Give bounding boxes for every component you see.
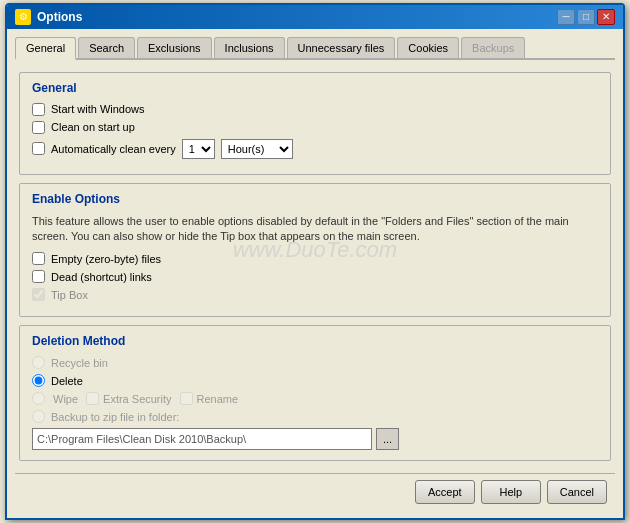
wipe-row: Wipe Extra Security Rename xyxy=(32,392,598,405)
title-bar-left: ⚙ Options xyxy=(15,9,82,25)
auto-clean-checkbox[interactable] xyxy=(32,142,45,155)
recycle-bin-label: Recycle bin xyxy=(51,357,108,369)
delete-label[interactable]: Delete xyxy=(51,375,83,387)
delete-row: Delete xyxy=(32,374,598,387)
rename-label: Rename xyxy=(197,393,239,405)
tip-box-label: Tip Box xyxy=(51,289,88,301)
tab-inclusions[interactable]: Inclusions xyxy=(214,37,285,58)
extra-security-label: Extra Security xyxy=(103,393,171,405)
rename-extra: Rename xyxy=(180,392,239,405)
browse-button[interactable]: ... xyxy=(376,428,399,450)
cancel-button[interactable]: Cancel xyxy=(547,480,607,504)
tab-general[interactable]: General xyxy=(15,37,76,60)
start-with-windows-label[interactable]: Start with Windows xyxy=(51,103,145,115)
accept-button[interactable]: Accept xyxy=(415,480,475,504)
wipe-extra: Extra Security xyxy=(86,392,171,405)
backup-row: Backup to zip file in folder: xyxy=(32,410,598,423)
clean-on-startup-row: Clean on start up xyxy=(32,121,598,134)
start-with-windows-checkbox[interactable] xyxy=(32,103,45,116)
recycle-bin-radio xyxy=(32,356,45,369)
window-title: Options xyxy=(37,10,82,24)
general-section-title: General xyxy=(32,81,598,95)
recycle-bin-row: Recycle bin xyxy=(32,356,598,369)
rename-checkbox xyxy=(180,392,193,405)
tab-search[interactable]: Search xyxy=(78,37,135,58)
dead-links-row: Dead (shortcut) links xyxy=(32,270,598,283)
auto-clean-row: Automatically clean every 1 2 3 Hour(s) … xyxy=(32,139,598,159)
tab-unnecessary-files[interactable]: Unnecessary files xyxy=(287,37,396,58)
empty-files-row: Empty (zero-byte) files xyxy=(32,252,598,265)
close-button[interactable]: ✕ xyxy=(597,9,615,25)
help-button[interactable]: Help xyxy=(481,480,541,504)
wipe-label: Wipe xyxy=(53,393,78,405)
tab-backups[interactable]: Backups xyxy=(461,37,525,58)
auto-clean-value-select[interactable]: 1 2 3 xyxy=(182,139,215,159)
maximize-button[interactable]: □ xyxy=(577,9,595,25)
start-with-windows-row: Start with Windows xyxy=(32,103,598,116)
window-body: General Search Exclusions Inclusions Unn… xyxy=(7,29,623,519)
enable-options-section: www.DuoTe.com Enable Options This featur… xyxy=(19,183,611,318)
dead-links-checkbox[interactable] xyxy=(32,270,45,283)
enable-options-description: This feature allows the user to enable o… xyxy=(32,214,598,245)
extra-security-checkbox xyxy=(86,392,99,405)
deletion-method-section: Deletion Method Recycle bin Delete Wipe … xyxy=(19,325,611,461)
clean-on-startup-checkbox[interactable] xyxy=(32,121,45,134)
auto-clean-label[interactable]: Automatically clean every xyxy=(51,143,176,155)
tip-box-checkbox xyxy=(32,288,45,301)
backup-label: Backup to zip file in folder: xyxy=(51,411,179,423)
backup-path-row: ... xyxy=(32,428,598,450)
window-icon: ⚙ xyxy=(15,9,31,25)
backup-radio xyxy=(32,410,45,423)
footer-bar: Accept Help Cancel xyxy=(15,473,615,510)
options-window: ⚙ Options ─ □ ✕ General Search Exclusion… xyxy=(5,3,625,521)
delete-radio[interactable] xyxy=(32,374,45,387)
empty-files-checkbox[interactable] xyxy=(32,252,45,265)
tab-content: General Start with Windows Clean on star… xyxy=(15,68,615,474)
dead-links-label[interactable]: Dead (shortcut) links xyxy=(51,271,152,283)
auto-clean-unit-select[interactable]: Hour(s) Minute(s) Day(s) xyxy=(221,139,293,159)
wipe-radio xyxy=(32,392,45,405)
enable-options-title: Enable Options xyxy=(32,192,598,206)
clean-on-startup-label[interactable]: Clean on start up xyxy=(51,121,135,133)
tip-box-row: Tip Box xyxy=(32,288,598,301)
tab-cookies[interactable]: Cookies xyxy=(397,37,459,58)
deletion-method-title: Deletion Method xyxy=(32,334,598,348)
tabs-bar: General Search Exclusions Inclusions Unn… xyxy=(15,37,615,60)
tab-exclusions[interactable]: Exclusions xyxy=(137,37,212,58)
minimize-button[interactable]: ─ xyxy=(557,9,575,25)
general-section: General Start with Windows Clean on star… xyxy=(19,72,611,175)
empty-files-label[interactable]: Empty (zero-byte) files xyxy=(51,253,161,265)
backup-path-input[interactable] xyxy=(32,428,372,450)
title-bar: ⚙ Options ─ □ ✕ xyxy=(7,5,623,29)
title-controls: ─ □ ✕ xyxy=(557,9,615,25)
